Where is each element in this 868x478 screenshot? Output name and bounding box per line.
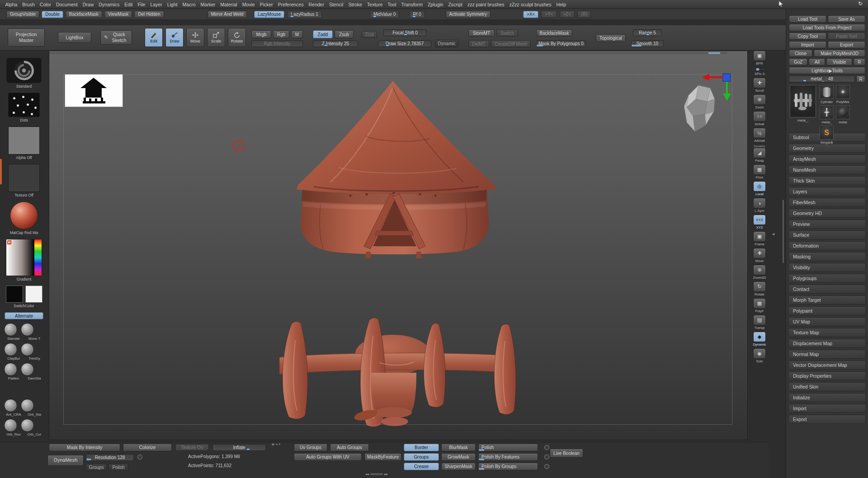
brush-orb-damsta[interactable] (21, 363, 34, 376)
smooth-slider[interactable]: Smooth 10 (631, 40, 664, 47)
lightbox-tools-button[interactable]: Lightbox▶Tools (789, 67, 865, 74)
menu-item-stencil[interactable]: Stencil (326, 1, 346, 8)
section-contact[interactable]: Contact (788, 285, 866, 294)
tool-thumb-simpleb[interactable]: SSimpleB (819, 126, 834, 145)
polish-radio[interactable] (544, 464, 549, 469)
move-mode-button[interactable]: Move (186, 28, 204, 47)
slider-knob[interactable] (373, 15, 377, 18)
menu-item-macro[interactable]: Macro (180, 1, 198, 8)
menu-item-layer[interactable]: Layer (148, 1, 165, 8)
focal-shift-slider[interactable]: Focal Shift 0 (383, 29, 427, 36)
current-brush-thumbnail[interactable] (6, 58, 42, 83)
toggle-activate-symmetry[interactable]: Activate Symmetry (446, 11, 491, 18)
section-fibermesh[interactable]: FiberMesh (788, 198, 866, 207)
section-masking[interactable]: Masking (788, 252, 866, 261)
section-import[interactable]: Import (788, 404, 866, 413)
inflate-slider[interactable]: Inflate (212, 444, 266, 451)
blur-growmask-button[interactable]: GrowMask (441, 453, 476, 461)
secondary-color-swatch[interactable] (25, 286, 42, 303)
menu-item-zplugin[interactable]: Zplugin (425, 1, 445, 8)
save-as-button[interactable]: Save As (828, 15, 865, 23)
section-deformation[interactable]: Deformation (788, 241, 866, 250)
colorize-button[interactable]: Colorize (123, 444, 172, 451)
section-surface[interactable]: Surface (788, 230, 866, 239)
shelf-actual-button[interactable]: 1:1Actual (751, 111, 768, 126)
delmt-button[interactable]: DelMT (468, 40, 489, 47)
texture-on-button[interactable]: Texture On (175, 444, 209, 451)
scroll-thumb[interactable] (370, 473, 383, 476)
uv-groups-button[interactable]: Uv Groups (294, 444, 327, 451)
rgb-button[interactable]: Rgb (273, 30, 289, 38)
slider-knob[interactable] (404, 33, 407, 36)
draw-size-slider[interactable]: Draw Size 2.78357 (378, 40, 431, 47)
menu-item-brush[interactable]: Brush (20, 1, 37, 8)
polish-polish-by-groups-button[interactable]: Polish By Groups (478, 463, 538, 470)
shelf-scroll-button[interactable]: ✚Scroll (751, 78, 768, 93)
shelf-spix-3-button[interactable]: SPix 3 (751, 67, 768, 76)
polish-polish-by-features-button[interactable]: Polish By Features (478, 453, 538, 461)
section-geometry[interactable]: Geometry (788, 144, 866, 153)
zadd-button[interactable]: Zadd (313, 30, 333, 38)
slider-knob[interactable] (646, 33, 650, 36)
live-boolean-button[interactable]: Live Boolean (550, 449, 583, 458)
sculpt-model[interactable] (49, 51, 748, 440)
toggle-lazyradius-1[interactable]: LazyRadius 1 (287, 11, 322, 18)
main-color-swatch[interactable] (6, 286, 23, 303)
range-slider[interactable]: Range 5 (633, 29, 662, 36)
mask-groups-button[interactable]: Groups (404, 453, 439, 461)
tool-inventory-slider[interactable]: metal_ : 48 (789, 75, 855, 82)
spix-slider[interactable] (754, 68, 765, 70)
tool-thumb-cylinder[interactable]: Cylinder (819, 85, 834, 104)
zcut-button[interactable]: Zcut (362, 31, 377, 38)
slider-knob[interactable] (756, 68, 759, 70)
draw-mode-button[interactable]: Draw (165, 28, 184, 47)
paste-tool-button[interactable]: Paste Tool (828, 33, 865, 40)
polish-radio[interactable] (544, 455, 549, 459)
menu-item-draw[interactable]: Draw (80, 1, 96, 8)
toggle-mirror-and-weld[interactable]: Mirror And Weld (208, 11, 247, 18)
menu-item-light[interactable]: Light (165, 1, 180, 8)
menu-item-zzz-paint-brushes[interactable]: zzz paint brushes (465, 1, 507, 8)
copy-tool-button[interactable]: Copy Tool (789, 33, 826, 40)
panel-scrollbar[interactable] (783, 200, 784, 263)
color-picker[interactable]: 1 (6, 239, 42, 276)
mask-crease-button[interactable]: Crease (404, 463, 439, 470)
micro-toggle-icons[interactable]: ✳+ᶻ (271, 442, 281, 447)
menu-item-dynamics[interactable]: Dynamics (96, 1, 122, 8)
dynamic-brush-size-button[interactable]: Dynamic (435, 40, 458, 47)
menu-item-material[interactable]: Material (218, 1, 240, 8)
creatediff-mesh-button[interactable]: CreateDiff Mesh (491, 40, 531, 47)
menu-item-help[interactable]: Help (554, 1, 569, 8)
blur-blurmask-button[interactable]: BlurMask (441, 444, 476, 451)
menu-item-zscript[interactable]: Zscript (446, 1, 465, 8)
shelf-frame-button[interactable]: ▣Frame (751, 231, 768, 246)
projection-master-button[interactable]: Projection Master (8, 28, 45, 47)
slider-knob[interactable] (246, 448, 250, 450)
shelf-solo-button[interactable]: ◉Solo (751, 348, 768, 363)
inventory-r-button[interactable]: R (856, 75, 865, 83)
quick-sketch-button[interactable]: ✎Quick Sketch (100, 30, 132, 45)
menu-item-render[interactable]: Render (306, 1, 326, 8)
menu-item-transform[interactable]: Transform (399, 1, 425, 8)
tool-thumb-metal[interactable]: ╋metal_ (819, 105, 834, 124)
toggle-x[interactable]: >X< (523, 11, 538, 18)
blur-sharpenmask-button[interactable]: SharpenMask (441, 463, 476, 470)
menu-item-movie[interactable]: Movie (240, 1, 257, 8)
switch-button[interactable]: Switch (496, 29, 518, 37)
load-tool-button[interactable]: Load Tool (789, 15, 826, 23)
section-initialize[interactable]: Initialize (788, 393, 866, 402)
brush-orb-ant-cra[interactable] (4, 399, 17, 412)
section-visibility[interactable]: Visibility (788, 263, 866, 272)
polish-radio[interactable] (544, 445, 549, 450)
tool-thumb-polymes[interactable]: ✶PolyMes (835, 85, 850, 104)
load-tools-from-project-button[interactable]: Load Tools From Project (789, 24, 865, 31)
alternate-button[interactable]: Alternate (5, 312, 43, 319)
section-polypaint[interactable]: Polypaint (788, 306, 866, 315)
resolution-radio[interactable] (137, 455, 142, 459)
brush-orb-standar[interactable] (4, 323, 17, 336)
clone-button[interactable]: Clone (789, 50, 812, 57)
menu-item-stroke[interactable]: Stroke (346, 1, 364, 8)
shelf-zoom3d-button[interactable]: ⊕Zoom3D (751, 265, 768, 280)
shelf-persp-button[interactable]: Dynamic◢Persp (751, 145, 768, 163)
shelf-move-button[interactable]: ✚Move (751, 248, 768, 263)
